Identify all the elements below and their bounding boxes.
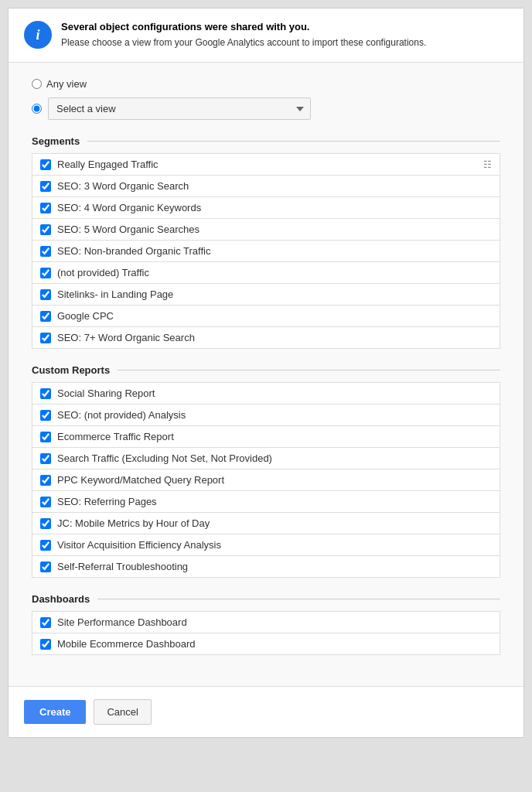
- list-item: Sitelinks- in Landing Page: [32, 283, 500, 305]
- list-item: Visitor Acquisition Efficiency Analysis: [32, 534, 500, 555]
- custom-report-checkbox-7[interactable]: [40, 540, 51, 551]
- dashboard-label-1[interactable]: Mobile Ecommerce Dashboard: [57, 638, 492, 650]
- list-item: Google CPC: [32, 305, 500, 326]
- custom-reports-label: Custom Reports: [32, 364, 110, 376]
- custom-report-checkbox-2[interactable]: [40, 432, 51, 442]
- list-item: Ecommerce Traffic Report: [32, 425, 500, 447]
- segment-label-2[interactable]: SEO: 4 Word Organic Keywords: [57, 202, 492, 213]
- custom-report-label-5[interactable]: SEO: Referring Pages: [57, 496, 492, 507]
- list-item: PPC Keyword/Matched Query Report: [32, 469, 500, 490]
- custom-report-checkbox-5[interactable]: [40, 497, 51, 507]
- segment-label-5[interactable]: (not provided) Traffic: [57, 267, 492, 278]
- segments-label: Segments: [32, 135, 80, 147]
- custom-report-checkbox-6[interactable]: [40, 518, 51, 529]
- main-container: i Several object configurations were sha…: [8, 8, 524, 738]
- list-item: SEO: Non-branded Organic Traffic: [32, 240, 500, 261]
- info-icon: i: [24, 21, 52, 49]
- segments-line: [87, 141, 500, 142]
- list-item: SEO: 5 Word Organic Searches: [32, 218, 500, 240]
- custom-report-checkbox-0[interactable]: [40, 388, 51, 399]
- custom-reports-list: Social Sharing ReportSEO: (not provided)…: [32, 382, 500, 578]
- segment-checkbox-8[interactable]: [40, 333, 51, 343]
- segment-label-8[interactable]: SEO: 7+ Word Organic Search: [57, 332, 492, 343]
- custom-report-label-2[interactable]: Ecommerce Traffic Report: [57, 431, 492, 442]
- segments-list: Really Engaged Traffic☷SEO: 3 Word Organ…: [32, 153, 500, 349]
- select-view-row: Select a view: [32, 97, 500, 120]
- list-item: SEO: (not provided) Analysis: [32, 404, 500, 425]
- any-view-label[interactable]: Any view: [46, 78, 87, 90]
- list-item: Social Sharing Report: [32, 382, 500, 404]
- create-button[interactable]: Create: [24, 700, 86, 724]
- custom-report-label-6[interactable]: JC: Mobile Metrics by Hour of Day: [57, 517, 492, 529]
- list-item: SEO: 7+ Word Organic Search: [32, 326, 500, 349]
- segment-label-6[interactable]: Sitelinks- in Landing Page: [57, 288, 492, 300]
- custom-report-checkbox-4[interactable]: [40, 475, 51, 486]
- list-item: (not provided) Traffic: [32, 261, 500, 283]
- dashboards-line: [97, 599, 500, 599]
- info-description: Please choose a view from your Google An…: [61, 36, 426, 50]
- footer: Create Cancel: [9, 687, 523, 737]
- custom-reports-header: Custom Reports: [32, 364, 500, 376]
- segment-label-0[interactable]: Really Engaged Traffic: [57, 159, 477, 170]
- custom-report-label-4[interactable]: PPC Keyword/Matched Query Report: [57, 474, 492, 486]
- segment-label-7[interactable]: Google CPC: [57, 310, 492, 322]
- view-select-dropdown[interactable]: Select a view: [48, 97, 311, 120]
- dashboards-label: Dashboards: [32, 593, 90, 605]
- any-view-radio[interactable]: [32, 79, 42, 89]
- list-item: SEO: 3 Word Organic Search: [32, 175, 500, 196]
- list-item: Site Performance Dashboard: [32, 611, 500, 633]
- info-text: Several object configurations were share…: [61, 21, 426, 50]
- list-item: SEO: 4 Word Organic Keywords: [32, 196, 500, 218]
- list-item: Mobile Ecommerce Dashboard: [32, 633, 500, 655]
- segment-checkbox-0[interactable]: [40, 159, 51, 170]
- custom-report-label-1[interactable]: SEO: (not provided) Analysis: [57, 409, 492, 421]
- custom-report-label-0[interactable]: Social Sharing Report: [57, 387, 492, 399]
- list-item: JC: Mobile Metrics by Hour of Day: [32, 512, 500, 534]
- segment-label-1[interactable]: SEO: 3 Word Organic Search: [57, 180, 492, 192]
- info-banner: i Several object configurations were sha…: [9, 9, 523, 63]
- segment-checkbox-2[interactable]: [40, 203, 51, 213]
- segment-checkbox-4[interactable]: [40, 246, 51, 257]
- list-item: Self-Referral Troubleshooting: [32, 555, 500, 578]
- segment-checkbox-3[interactable]: [40, 224, 51, 235]
- main-content: Any view Select a view Segments Really E…: [9, 63, 523, 687]
- segment-checkbox-6[interactable]: [40, 289, 51, 300]
- segments-header: Segments: [32, 135, 500, 147]
- custom-reports-line: [118, 370, 500, 370]
- dashboard-label-0[interactable]: Site Performance Dashboard: [57, 616, 492, 628]
- info-title: Several object configurations were share…: [61, 21, 426, 32]
- dashboard-checkbox-1[interactable]: [40, 639, 51, 650]
- any-view-row: Any view: [32, 78, 500, 90]
- dashboard-checkbox-0[interactable]: [40, 617, 51, 628]
- segment-checkbox-5[interactable]: [40, 268, 51, 278]
- list-item: SEO: Referring Pages: [32, 490, 500, 512]
- select-view-radio[interactable]: [32, 104, 42, 114]
- custom-report-label-8[interactable]: Self-Referral Troubleshooting: [57, 561, 492, 572]
- segment-label-3[interactable]: SEO: 5 Word Organic Searches: [57, 224, 492, 235]
- dashboards-list: Site Performance DashboardMobile Ecommer…: [32, 611, 500, 655]
- custom-report-checkbox-3[interactable]: [40, 453, 51, 464]
- custom-report-label-7[interactable]: Visitor Acquisition Efficiency Analysis: [57, 539, 492, 551]
- cancel-button[interactable]: Cancel: [94, 699, 151, 725]
- dashboards-header: Dashboards: [32, 593, 500, 605]
- custom-report-checkbox-8[interactable]: [40, 562, 51, 572]
- list-item: Search Traffic (Excluding Not Set, Not P…: [32, 447, 500, 469]
- list-item: Really Engaged Traffic☷: [32, 153, 500, 175]
- segment-checkbox-1[interactable]: [40, 181, 51, 192]
- segment-checkbox-7[interactable]: [40, 311, 51, 322]
- segment-label-4[interactable]: SEO: Non-branded Organic Traffic: [57, 245, 492, 257]
- custom-report-label-3[interactable]: Search Traffic (Excluding Not Set, Not P…: [57, 452, 492, 464]
- custom-report-checkbox-1[interactable]: [40, 410, 51, 421]
- grid-icon: ☷: [483, 159, 492, 170]
